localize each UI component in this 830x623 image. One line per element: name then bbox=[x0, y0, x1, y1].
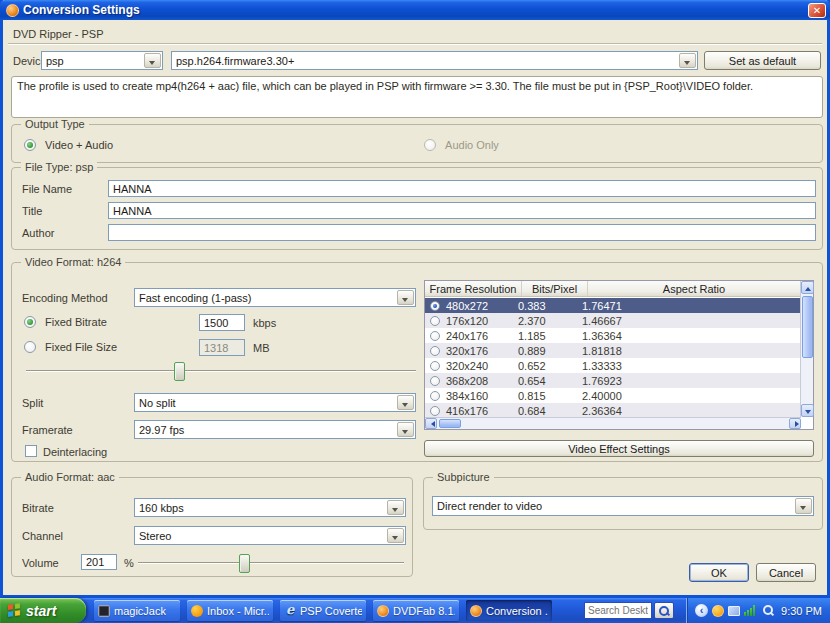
chevron-down-icon[interactable] bbox=[387, 528, 404, 543]
split-label: Split bbox=[22, 397, 43, 409]
fixed-bitrate-option[interactable]: Fixed Bitrate bbox=[24, 315, 107, 328]
row-radio-icon[interactable] bbox=[430, 316, 440, 326]
search-desktop bbox=[584, 602, 674, 619]
audio-bitrate-select[interactable]: 160 kbps bbox=[134, 498, 406, 517]
fixed-bitrate-input[interactable] bbox=[199, 314, 245, 331]
row-radio-icon[interactable] bbox=[430, 346, 440, 356]
volume-slider[interactable] bbox=[138, 562, 404, 564]
subpicture-select[interactable]: Direct render to video bbox=[432, 496, 814, 516]
channel-select[interactable]: Stereo bbox=[134, 526, 406, 545]
column-header-2[interactable]: Aspect Ratio bbox=[588, 281, 800, 296]
row-radio-icon[interactable] bbox=[430, 391, 440, 401]
row-radio-icon[interactable] bbox=[430, 331, 440, 341]
titlebar[interactable]: Conversion Settings ✕ bbox=[0, 0, 830, 20]
task-label: DVDFab 8.1.... bbox=[393, 605, 455, 617]
output-video-audio-option[interactable]: Video + Audio bbox=[24, 138, 113, 151]
fixed-file-size-label: Fixed File Size bbox=[45, 341, 117, 353]
resolution-row-176x120[interactable]: 176x1202.3701.46667 bbox=[425, 313, 800, 328]
chevron-down-icon[interactable] bbox=[387, 500, 404, 515]
resolution-row-480x272[interactable]: 480x2720.3831.76471 bbox=[425, 298, 800, 313]
file-name-input[interactable] bbox=[108, 180, 816, 197]
task-label: PSP Coverte... bbox=[300, 605, 362, 617]
vertical-scrollbar[interactable] bbox=[800, 281, 813, 417]
cell-c0: 368x208 bbox=[440, 375, 518, 387]
volume-slider-thumb[interactable] bbox=[239, 554, 250, 573]
scroll-right-icon[interactable] bbox=[789, 418, 801, 429]
framerate-value: 29.97 fps bbox=[135, 424, 396, 436]
row-radio-icon[interactable] bbox=[430, 406, 440, 416]
resolution-row-240x176[interactable]: 240x1761.1851.36364 bbox=[425, 328, 800, 343]
ok-button[interactable]: OK bbox=[689, 563, 749, 582]
framerate-select[interactable]: 29.97 fps bbox=[134, 420, 416, 439]
dvdfab-icon bbox=[377, 605, 389, 617]
signal-strength-icon[interactable] bbox=[744, 605, 757, 616]
cell-c2: 1.76923 bbox=[582, 375, 800, 387]
horizontal-scrollbar[interactable] bbox=[425, 417, 801, 429]
radio-icon[interactable] bbox=[424, 139, 436, 151]
search-button[interactable] bbox=[654, 602, 674, 619]
volume-label: Volume bbox=[22, 557, 59, 569]
radio-selected-icon[interactable] bbox=[24, 316, 36, 328]
chevron-down-icon[interactable] bbox=[795, 498, 812, 514]
scroll-up-icon[interactable] bbox=[801, 281, 814, 294]
output-type-group: Output Type Video + Audio Audio Only bbox=[11, 124, 823, 163]
taskbar-button[interactable]: magicJack bbox=[94, 600, 180, 621]
taskbar-button[interactable]: PSP Coverte... bbox=[280, 600, 366, 621]
file-type-group: File Type: psp File Name Title Author bbox=[11, 167, 823, 250]
video-effect-settings-button[interactable]: Video Effect Settings bbox=[424, 440, 814, 457]
device-select[interactable]: psp bbox=[41, 51, 163, 70]
resolution-row-320x240[interactable]: 320x2400.6521.33333 bbox=[425, 358, 800, 373]
cell-c2: 1.36364 bbox=[582, 330, 800, 342]
chevron-down-icon[interactable] bbox=[144, 53, 161, 68]
fixed-file-size-option[interactable]: Fixed File Size bbox=[24, 340, 117, 353]
chevron-down-icon[interactable] bbox=[679, 53, 696, 68]
deinterlacing-checkbox[interactable] bbox=[25, 445, 37, 457]
magnifier-tray-icon[interactable] bbox=[761, 604, 775, 618]
taskbar-button[interactable]: Inbox - Micr... bbox=[187, 600, 273, 621]
volume-input[interactable] bbox=[81, 554, 117, 570]
cell-c1: 0.684 bbox=[518, 405, 582, 417]
scroll-left-icon[interactable] bbox=[425, 418, 437, 429]
reminder-icon[interactable] bbox=[712, 605, 724, 617]
row-radio-icon[interactable] bbox=[430, 376, 440, 386]
column-header-1[interactable]: Bits/Pixel bbox=[522, 281, 588, 296]
tray-collapse-icon[interactable]: ‹ bbox=[695, 604, 708, 617]
encoding-method-select[interactable]: Fast encoding (1-pass) bbox=[134, 288, 416, 307]
search-input[interactable] bbox=[584, 602, 652, 619]
cancel-button[interactable]: Cancel bbox=[756, 563, 816, 582]
resolution-row-416x176[interactable]: 416x1760.6842.36364 bbox=[425, 403, 800, 418]
start-button[interactable]: start bbox=[0, 598, 86, 623]
network-monitor-icon[interactable] bbox=[728, 606, 740, 616]
column-header-0[interactable]: Frame Resolution bbox=[425, 281, 522, 296]
resolution-row-320x176[interactable]: 320x1760.8891.81818 bbox=[425, 343, 800, 358]
bitrate-slider-thumb[interactable] bbox=[174, 362, 185, 381]
chevron-down-icon[interactable] bbox=[397, 422, 414, 437]
clock[interactable]: 9:30 PM bbox=[781, 605, 822, 617]
dvdfab-icon bbox=[470, 605, 482, 617]
cell-c1: 0.889 bbox=[518, 345, 582, 357]
split-select[interactable]: No split bbox=[134, 393, 416, 412]
row-radio-icon[interactable] bbox=[430, 361, 440, 371]
horizontal-scroll-thumb[interactable] bbox=[439, 419, 461, 428]
bitrate-slider[interactable] bbox=[26, 370, 416, 372]
set-as-default-button[interactable]: Set as default bbox=[704, 51, 821, 70]
radio-selected-icon[interactable] bbox=[24, 139, 36, 151]
output-audio-only-option[interactable]: Audio Only bbox=[424, 138, 499, 151]
resolution-row-368x208[interactable]: 368x2080.6541.76923 bbox=[425, 373, 800, 388]
taskbar: start magicJackInbox - Micr...PSP Covert… bbox=[0, 598, 830, 623]
vertical-scroll-thumb[interactable] bbox=[802, 296, 813, 358]
subpicture-group: Subpicture Direct render to video bbox=[423, 477, 823, 530]
resolution-row-384x160[interactable]: 384x1600.8152.40000 bbox=[425, 388, 800, 403]
taskbar-button[interactable]: Conversion ... bbox=[466, 600, 552, 621]
radio-icon[interactable] bbox=[24, 341, 36, 353]
taskbar-button[interactable]: DVDFab 8.1.... bbox=[373, 600, 459, 621]
profile-select[interactable]: psp.h264.firmware3.30+ bbox=[171, 51, 698, 70]
chevron-down-icon[interactable] bbox=[397, 395, 414, 410]
scroll-down-icon[interactable] bbox=[801, 404, 814, 417]
author-input[interactable] bbox=[108, 224, 816, 241]
chevron-down-icon[interactable] bbox=[397, 290, 414, 305]
close-button[interactable]: ✕ bbox=[808, 3, 826, 18]
title-input[interactable] bbox=[108, 202, 816, 219]
row-radio-icon[interactable] bbox=[430, 301, 440, 311]
encoding-method-value: Fast encoding (1-pass) bbox=[135, 292, 396, 304]
